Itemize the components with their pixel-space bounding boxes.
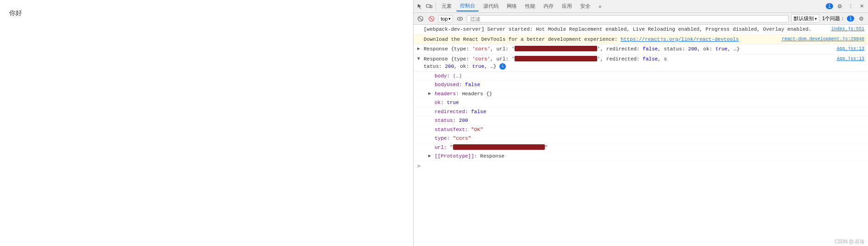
message-text: Response {type: 'cors', url: '', redirec… [424, 45, 833, 53]
context-label: top [441, 16, 448, 22]
tab-application[interactable]: 应用 [558, 1, 576, 11]
toolbar-right: 1 ⚙ ⋮ ✕ [826, 2, 866, 11]
expand-icon[interactable]: ▶ [428, 90, 435, 98]
expand-icon [428, 135, 435, 142]
redacted-url-1 [515, 46, 597, 51]
message-text: [webpack-dev-server] Server started: Hot… [424, 26, 828, 33]
settings-icon[interactable]: ⚙ [835, 2, 844, 11]
level-label: 默认级别 [794, 15, 814, 22]
prop-status: status: 200 [414, 116, 868, 126]
redacted-url-2 [515, 56, 597, 61]
message-source[interactable]: index.js:551 [828, 26, 864, 33]
message-source[interactable]: App.jsx:13 [833, 55, 864, 62]
toolbar-separator [436, 3, 436, 10]
expand-icon [428, 99, 435, 107]
device-toggle-icon[interactable] [425, 2, 434, 11]
chevron-down-icon-level: ▾ [815, 16, 817, 21]
issues-count-badge: 1 [847, 16, 854, 22]
message-text: Response {type: 'cors', url: '', redirec… [424, 55, 833, 71]
devtools-link[interactable]: https://reactjs.org/link/react-devtools [621, 37, 739, 42]
console-toolbar: top ▾ 默认级别 ▾ 1个问题： 1 ⚙ [414, 13, 868, 25]
console-message-response1: ▶ Response {type: 'cors', url: '', redir… [414, 44, 868, 55]
console-settings-icon[interactable]: ⚙ [857, 15, 865, 23]
prop-body: body: (…) [414, 72, 868, 81]
expand-icon [417, 36, 424, 44]
expand-icon[interactable]: ▼ [417, 55, 424, 71]
svg-point-7 [459, 18, 461, 19]
info-badge: i [499, 63, 506, 70]
console-prompt: > [414, 161, 868, 172]
devtools-toolbar: 元素 控制台 源代码 网络 性能 内存 应用 安全 » 1 ⚙ ⋮ ✕ [414, 0, 868, 13]
console-content[interactable]: [webpack-dev-server] Server started: Hot… [414, 25, 868, 246]
expand-icon [428, 81, 435, 89]
expand-icon [417, 26, 424, 33]
filter-input[interactable] [467, 15, 789, 22]
expand-icon [428, 72, 435, 80]
console-message-webpack: [webpack-dev-server] Server started: Hot… [414, 25, 868, 35]
prop-headers: ▶ headers: Headers {} [414, 90, 868, 99]
prop-bodyused: bodyUsed: false [414, 81, 868, 90]
close-icon[interactable]: ✕ [857, 2, 866, 11]
notification-badge: 1 [826, 3, 833, 9]
tab-memory[interactable]: 内存 [540, 1, 557, 11]
prop-url: url: "" [414, 143, 868, 153]
chevron-down-icon: ▾ [448, 16, 451, 21]
prop-type: type: "cors" [414, 134, 868, 143]
expand-icon [428, 144, 435, 152]
tab-security[interactable]: 安全 [577, 1, 594, 11]
issues-label: 1个问题： [822, 15, 845, 22]
prompt-arrow: > [417, 163, 420, 170]
expand-icon [428, 117, 435, 125]
watermark: CSDN @-跃瑞 [834, 239, 864, 245]
tab-more[interactable]: » [595, 2, 605, 11]
tab-console[interactable]: 控制台 [456, 1, 479, 11]
page-area: 你好 [0, 0, 413, 246]
issues-area: 1个问题： 1 [822, 15, 854, 22]
log-level-selector[interactable]: 默认级别 ▾ [791, 14, 819, 23]
context-selector[interactable]: top ▾ [438, 15, 453, 22]
eye-icon[interactable] [456, 15, 464, 23]
more-options-icon[interactable]: ⋮ [846, 2, 855, 11]
tab-sources[interactable]: 源代码 [480, 1, 502, 11]
hello-text: 你好 [9, 9, 22, 17]
tab-performance[interactable]: 性能 [521, 1, 539, 11]
expand-icon[interactable]: ▶ [428, 153, 435, 160]
devtools-tabs: 元素 控制台 源代码 网络 性能 内存 应用 安全 » [438, 1, 826, 11]
clear-console-button[interactable] [416, 15, 425, 23]
prop-ok: ok: true [414, 98, 868, 108]
message-source[interactable]: react-dom.development.js:29840 [778, 36, 864, 43]
expand-icon [428, 108, 435, 116]
svg-line-5 [430, 17, 433, 20]
tab-network[interactable]: 网络 [503, 1, 521, 11]
console-message-devtools: Download the React DevTools for a better… [414, 35, 868, 45]
prop-prototype: ▶ [[Prototype]]: Response [414, 152, 868, 161]
redacted-url-3 [453, 144, 545, 150]
watermark-text: CSDN @-跃瑞 [834, 239, 864, 244]
svg-rect-0 [426, 5, 430, 7]
filter-toggle-button[interactable] [427, 15, 436, 23]
tab-elements[interactable]: 元素 [438, 1, 455, 11]
devtools-panel: 元素 控制台 源代码 网络 性能 内存 应用 安全 » 1 ⚙ ⋮ ✕ [413, 0, 868, 246]
expand-icon[interactable]: ▶ [417, 45, 424, 53]
console-message-response2: ▼ Response {type: 'cors', url: '', redir… [414, 55, 868, 72]
svg-line-3 [419, 17, 422, 20]
message-source[interactable]: App.jsx:13 [833, 45, 864, 52]
expand-icon [428, 126, 435, 134]
svg-rect-1 [430, 5, 432, 8]
message-text: Download the React DevTools for a better… [424, 36, 778, 44]
prop-statustext: statusText: "OK" [414, 126, 868, 135]
cursor-icon[interactable] [415, 2, 425, 11]
prop-redirected: redirected: false [414, 108, 868, 117]
